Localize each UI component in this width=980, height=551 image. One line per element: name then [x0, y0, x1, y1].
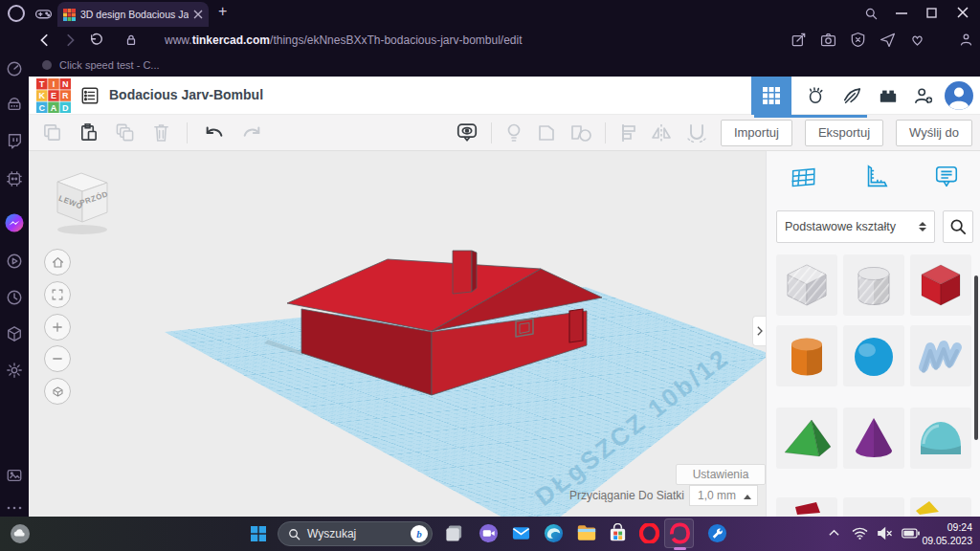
workplane-tool-icon[interactable]: [786, 159, 824, 195]
settings-button[interactable]: Ustawienia: [676, 464, 766, 485]
file-explorer-icon[interactable]: [576, 523, 597, 542]
zoom-out-button[interactable]: [44, 345, 71, 372]
design-menu-icon[interactable]: [80, 86, 100, 105]
minecraft-pickaxe-icon[interactable]: [842, 86, 861, 105]
browser-tab[interactable]: 3D design Bodacious Jarv-: [57, 2, 209, 27]
task-view-icon[interactable]: [444, 523, 464, 543]
tab-search-icon[interactable]: [864, 7, 878, 20]
export-button[interactable]: Eksportuj: [805, 120, 883, 146]
shape-box[interactable]: [910, 254, 971, 316]
brick-icon[interactable]: [879, 88, 898, 104]
tab-close-icon[interactable]: [193, 10, 203, 19]
tinker-egg-icon[interactable]: [806, 86, 825, 105]
shield-blocker-icon[interactable]: [850, 32, 866, 48]
import-button[interactable]: Importuj: [721, 120, 792, 146]
volume-muted-icon[interactable]: [877, 526, 893, 540]
tool-wrench-icon[interactable]: [707, 523, 727, 543]
gx-store-icon[interactable]: [6, 96, 23, 113]
invite-person-icon[interactable]: [913, 86, 934, 105]
tray-chevron-up-icon[interactable]: [829, 529, 839, 537]
undo-icon[interactable]: [204, 123, 225, 143]
bookmark-item[interactable]: Click speed test - C...: [59, 59, 160, 71]
mods-box-icon[interactable]: [6, 325, 23, 342]
align-icon[interactable]: [618, 122, 637, 143]
microsoft-store-icon[interactable]: [608, 523, 628, 543]
snapshot-camera-icon[interactable]: [820, 32, 836, 48]
light-bulb-icon[interactable]: [504, 122, 523, 143]
shape-round-roof[interactable]: [910, 408, 971, 469]
ungroup-icon[interactable]: [569, 122, 592, 143]
group-icon[interactable]: [536, 122, 557, 143]
shape-transparent-box[interactable]: [776, 254, 837, 316]
gx-corner-gamepad-icon[interactable]: [34, 6, 53, 21]
snap-grid-dropdown[interactable]: 1,0 mm: [689, 485, 758, 506]
paste-icon[interactable]: [78, 122, 99, 143]
redo-icon[interactable]: [241, 123, 262, 143]
profile-person-icon[interactable]: [958, 32, 974, 48]
edit-toolbar: Importuj Eksportuj Wyślij do: [29, 115, 980, 151]
shape-search-button[interactable]: [943, 210, 973, 243]
play-media-icon[interactable]: [6, 253, 23, 270]
shape-cone[interactable]: [843, 408, 904, 469]
window-minimize-button[interactable]: [896, 12, 907, 14]
weather-widget-icon[interactable]: [10, 523, 31, 544]
window-maximize-button[interactable]: [926, 8, 937, 18]
design-canvas[interactable]: DŁgSZCZ 10b/12: [29, 151, 766, 517]
edge-browser-icon[interactable]: [544, 523, 564, 543]
perspective-toggle-button[interactable]: [44, 378, 71, 405]
mail-icon[interactable]: [511, 523, 531, 543]
bookmark-heart-icon[interactable]: [909, 32, 925, 48]
wifi-icon[interactable]: [852, 526, 868, 540]
user-avatar[interactable]: [944, 80, 974, 111]
shape-transparent-cylinder[interactable]: [843, 254, 904, 316]
chat-icon[interactable]: [479, 523, 499, 543]
copy-icon[interactable]: [42, 122, 62, 143]
shape-cylinder[interactable]: [776, 325, 837, 386]
gx-speedtest-gauge-icon[interactable]: [6, 60, 23, 77]
twitch-icon[interactable]: [6, 132, 23, 149]
lock-icon[interactable]: [124, 33, 138, 47]
send-to-button[interactable]: Wyślij do: [896, 120, 972, 146]
send-flow-icon[interactable]: [880, 32, 896, 48]
wallpapers-image-icon[interactable]: [6, 467, 23, 484]
back-icon[interactable]: [38, 33, 52, 47]
svg-text:E: E: [51, 91, 56, 100]
fit-view-button[interactable]: [44, 281, 71, 308]
shape-sphere[interactable]: [843, 325, 904, 386]
home-view-button[interactable]: [44, 249, 71, 276]
new-tab-button[interactable]: +: [218, 3, 227, 20]
start-button[interactable]: [251, 526, 266, 541]
panel-collapse-handle[interactable]: [752, 316, 766, 346]
shape-category-select[interactable]: Podstawowe kształty: [776, 210, 935, 243]
history-clock-icon[interactable]: [6, 289, 23, 306]
settings-gear-icon[interactable]: [6, 362, 23, 379]
shape-scribble[interactable]: [910, 325, 971, 386]
window-close-button[interactable]: [957, 7, 969, 18]
opera-menu-icon[interactable]: [8, 5, 25, 22]
duplicate-icon[interactable]: [115, 122, 136, 143]
show-all-icon[interactable]: [456, 121, 479, 143]
reload-icon[interactable]: [88, 33, 102, 47]
magnet-snap-icon[interactable]: [685, 122, 708, 143]
battery-icon[interactable]: [902, 528, 920, 539]
taskbar-search[interactable]: Wyszukaj b: [278, 521, 433, 546]
mirror-flip-icon[interactable]: [650, 122, 673, 143]
ruler-tool-icon[interactable]: [857, 159, 895, 195]
forward-icon[interactable]: [63, 33, 77, 47]
notes-tool-icon[interactable]: [927, 159, 966, 195]
opera-browser-icon[interactable]: [639, 523, 659, 543]
tinkercad-logo[interactable]: TIN KER CAD: [36, 78, 71, 113]
shape-roof[interactable]: [776, 408, 837, 469]
url-text[interactable]: www.tinkercad.com/things/ekNnesBXxTh-bod…: [165, 33, 523, 47]
edit-page-icon[interactable]: [791, 32, 807, 48]
messenger-icon[interactable]: [4, 212, 25, 233]
blocks-grid-button[interactable]: [751, 77, 791, 115]
panel-scrollbar[interactable]: [974, 276, 978, 440]
delete-trash-icon[interactable]: [152, 122, 170, 143]
gx-control-cpu-icon[interactable]: [6, 170, 23, 187]
zoom-in-button[interactable]: [44, 314, 71, 341]
tray-clock[interactable]: 09:24 09.05.2023: [922, 520, 972, 547]
sidebar-more-icon[interactable]: [6, 505, 23, 511]
view-cube[interactable]: LEWO PRZÓD: [29, 151, 153, 247]
opera-gx-icon[interactable]: [669, 522, 691, 544]
